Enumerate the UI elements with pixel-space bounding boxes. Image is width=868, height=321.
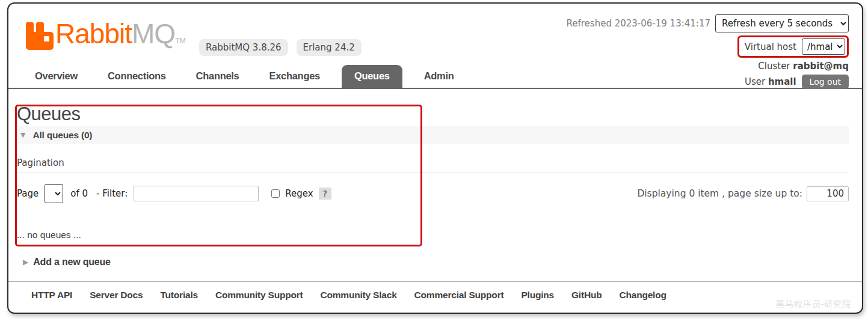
cluster-name: rabbit@mq — [793, 61, 849, 72]
all-queues-section-header[interactable]: ▼ All queues (0) — [17, 126, 849, 144]
regex-help-button[interactable]: ? — [319, 188, 331, 200]
tab-channels[interactable]: Channels — [188, 65, 248, 88]
header-status-panel: Refreshed 2023-06-19 13:41:17 Refresh ev… — [567, 14, 849, 92]
no-queues-message: ... no queues ... — [17, 230, 849, 240]
user-info: User hmall — [745, 76, 796, 87]
tab-exchanges[interactable]: Exchanges — [260, 65, 328, 88]
version-badges: RabbitMQ 3.8.26 Erlang 24.2 — [199, 39, 362, 56]
virtual-host-select[interactable]: /hmall — [802, 38, 845, 55]
footer-link-tutorials[interactable]: Tutorials — [160, 290, 198, 301]
page-label: Page — [17, 188, 38, 199]
footer-link-http-api[interactable]: HTTP API — [31, 290, 72, 301]
expand-triangle-icon: ▶ — [23, 258, 28, 266]
pagination-controls-row: Page of 0 - Filter: Regex ? Displaying 0… — [17, 183, 849, 204]
footer-link-commercial-support[interactable]: Commercial Support — [414, 290, 504, 301]
page-count-label: of 0 — [70, 188, 88, 199]
add-queue-label: Add a new queue — [33, 257, 111, 268]
tab-admin[interactable]: Admin — [416, 65, 463, 88]
add-queue-section-header[interactable]: ▶ Add a new queue — [23, 257, 849, 268]
page-size-input[interactable] — [807, 186, 849, 201]
footer-links: HTTP API Server Docs Tutorials Community… — [31, 290, 849, 301]
all-queues-label: All queues (0) — [32, 130, 92, 141]
page-title: Queues — [17, 103, 849, 125]
brand-rabbit: Rabbit — [55, 18, 132, 49]
displaying-label: Displaying 0 item , page size up to: — [637, 188, 802, 199]
refresh-row: Refreshed 2023-06-19 13:41:17 Refresh ev… — [567, 14, 849, 32]
annotation-box-virtual-host: Virtual host /hmall — [737, 35, 849, 58]
header: RabbitMQTM RabbitMQ 3.8.26 Erlang 24.2 R… — [8, 4, 862, 65]
footer-link-community-support[interactable]: Community Support — [215, 290, 303, 301]
tab-connections[interactable]: Connections — [99, 65, 174, 88]
tab-overview[interactable]: Overview — [26, 65, 86, 88]
collapse-triangle-icon: ▼ — [20, 131, 25, 139]
brand-wordmark: RabbitMQTM — [55, 18, 185, 57]
refresh-interval-select[interactable]: Refresh every 5 seconds — [715, 14, 849, 32]
filter-input[interactable] — [134, 186, 259, 201]
user-label: User — [745, 76, 765, 87]
filter-label: - Filter: — [96, 188, 128, 199]
cluster-row: Cluster rabbit@mq — [567, 61, 849, 72]
refreshed-timestamp: Refreshed 2023-06-19 13:41:17 — [567, 18, 710, 29]
regex-label: Regex — [285, 188, 313, 199]
logout-button[interactable]: Log out — [802, 75, 849, 89]
regex-checkbox[interactable] — [271, 189, 280, 198]
rabbitmq-version-badge: RabbitMQ 3.8.26 — [199, 39, 288, 56]
user-row: User hmall Log out — [567, 75, 849, 89]
footer-link-changelog[interactable]: Changelog — [619, 290, 666, 301]
app-window: RabbitMQTM RabbitMQ 3.8.26 Erlang 24.2 R… — [7, 2, 863, 314]
pagination-heading: Pagination — [17, 157, 849, 173]
virtual-host-row: Virtual host /hmall — [567, 35, 849, 58]
rabbitmq-logo-icon — [25, 22, 54, 50]
user-name: hmall — [768, 76, 796, 87]
cluster-info: Cluster rabbit@mq — [758, 61, 849, 72]
erlang-version-badge: Erlang 24.2 — [297, 39, 362, 56]
virtual-host-label: Virtual host — [745, 41, 796, 52]
tab-queues[interactable]: Queues — [342, 65, 402, 88]
page-number-select[interactable] — [45, 184, 63, 203]
cluster-label: Cluster — [758, 61, 790, 72]
footer: HTTP API Server Docs Tutorials Community… — [8, 281, 862, 301]
footer-link-github[interactable]: GitHub — [571, 290, 602, 301]
trademark-symbol: TM — [175, 36, 185, 45]
rabbitmq-logo[interactable]: RabbitMQTM — [25, 18, 185, 57]
footer-link-server-docs[interactable]: Server Docs — [90, 290, 143, 301]
footer-link-plugins[interactable]: Plugins — [521, 290, 554, 301]
main-content: Queues ▼ All queues (0) Pagination Page … — [8, 103, 862, 268]
brand-mq: MQ — [132, 18, 175, 49]
footer-link-community-slack[interactable]: Community Slack — [321, 290, 397, 301]
